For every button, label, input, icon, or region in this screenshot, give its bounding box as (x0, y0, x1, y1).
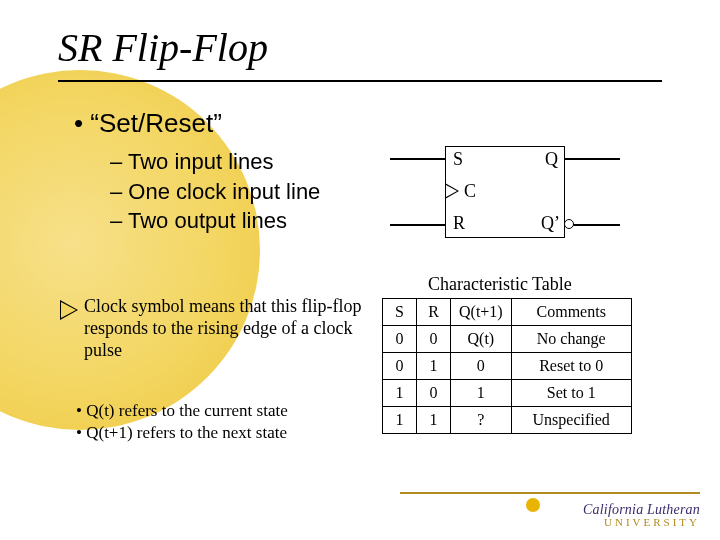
sun-icon (518, 490, 548, 520)
wire-r (390, 224, 445, 226)
wire-q (565, 158, 620, 160)
table-row: 1 1 ? Unspecified (383, 407, 632, 434)
cell-c: No change (511, 326, 631, 353)
cell-q: ? (451, 407, 512, 434)
cell-s: 1 (383, 380, 417, 407)
header-r: R (417, 299, 451, 326)
pin-label-c: C (464, 181, 476, 202)
pin-label-q: Q (545, 149, 558, 170)
characteristic-table-caption: Characteristic Table (428, 274, 572, 295)
page-title: SR Flip-Flop (58, 24, 268, 71)
cell-c: Reset to 0 (511, 353, 631, 380)
title-underline (58, 80, 662, 82)
header-qnext: Q(t+1) (451, 299, 512, 326)
pin-label-r: R (453, 213, 465, 234)
cell-r: 1 (417, 407, 451, 434)
cell-q: 1 (451, 380, 512, 407)
inversion-bubble-icon (564, 219, 574, 229)
cell-q: 0 (451, 353, 512, 380)
cell-c: Unspecified (511, 407, 631, 434)
table-row: 1 0 1 Set to 1 (383, 380, 632, 407)
bullet-main: “Set/Reset” (74, 108, 680, 139)
state-note-current: Q(t) refers to the current state (76, 400, 376, 422)
clock-symbol-note: Clock symbol means that this flip-flop r… (84, 296, 364, 362)
cell-s: 0 (383, 353, 417, 380)
characteristic-table: S R Q(t+1) Comments 0 0 Q(t) No change 0… (382, 298, 632, 434)
header-s: S (383, 299, 417, 326)
header-comments: Comments (511, 299, 631, 326)
clock-edge-icon (445, 183, 459, 199)
table-row: 0 0 Q(t) No change (383, 326, 632, 353)
footer-underline (400, 492, 700, 494)
cell-q: Q(t) (451, 326, 512, 353)
cell-c: Set to 1 (511, 380, 631, 407)
state-notes: Q(t) refers to the current state Q(t+1) … (76, 400, 376, 444)
cell-r: 1 (417, 353, 451, 380)
table-header-row: S R Q(t+1) Comments (383, 299, 632, 326)
sr-flipflop-symbol: S R C Q Q’ (390, 146, 620, 250)
wire-s (390, 158, 445, 160)
clock-edge-icon (60, 300, 78, 320)
cell-r: 0 (417, 326, 451, 353)
cell-s: 1 (383, 407, 417, 434)
university-logo: California Lutheran UNIVERSITY (583, 502, 700, 528)
pin-label-s: S (453, 149, 463, 170)
cell-s: 0 (383, 326, 417, 353)
pin-label-q-prime: Q’ (541, 213, 560, 234)
cell-r: 0 (417, 380, 451, 407)
table-row: 0 1 0 Reset to 0 (383, 353, 632, 380)
wire-q-prime (572, 224, 620, 226)
state-note-next: Q(t+1) refers to the next state (76, 422, 376, 444)
